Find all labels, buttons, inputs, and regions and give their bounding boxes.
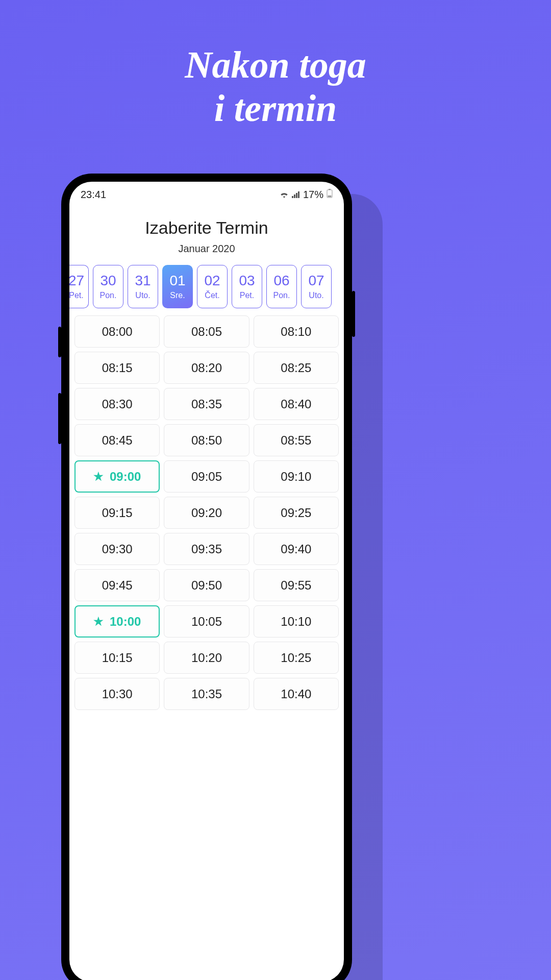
battery-percent: 17% xyxy=(303,189,323,201)
time-slot[interactable]: 10:25 xyxy=(254,642,339,674)
time-slot[interactable]: ★09:00 xyxy=(74,460,160,493)
time-label: 08:20 xyxy=(191,361,222,375)
date-strip[interactable]: 27Pet.30Pon.31Uto.01Sre.02Čet.03Pet.06Po… xyxy=(69,265,344,315)
time-slot[interactable]: 09:35 xyxy=(164,533,249,565)
time-label: 08:05 xyxy=(191,325,222,339)
signal-icon xyxy=(292,189,300,201)
time-label: 08:35 xyxy=(191,397,222,411)
time-label: 10:10 xyxy=(281,615,311,629)
time-label: 10:30 xyxy=(102,687,133,701)
time-label: 09:40 xyxy=(281,542,311,556)
time-slot[interactable]: 08:20 xyxy=(164,352,249,384)
time-grid: 08:0008:0508:1008:1508:2008:2508:3008:35… xyxy=(69,315,344,710)
time-label: 09:20 xyxy=(191,506,222,520)
date-number: 07 xyxy=(308,274,324,288)
date-number: 01 xyxy=(169,274,185,288)
time-label: 08:55 xyxy=(281,433,311,448)
time-label: 10:15 xyxy=(102,651,133,665)
time-slot[interactable]: 09:20 xyxy=(164,497,249,529)
time-slot[interactable]: 10:10 xyxy=(254,605,339,638)
time-slot[interactable]: 10:20 xyxy=(164,642,249,674)
star-icon: ★ xyxy=(93,615,104,628)
time-label: 09:00 xyxy=(110,470,141,484)
date-card[interactable]: 30Pon. xyxy=(93,265,123,308)
time-label: 10:25 xyxy=(281,651,311,665)
time-slot[interactable]: 09:25 xyxy=(254,497,339,529)
time-label: 09:30 xyxy=(102,542,133,556)
time-slot[interactable]: 10:15 xyxy=(74,642,160,674)
time-slot[interactable]: 08:35 xyxy=(164,388,249,420)
date-day: Sre. xyxy=(170,291,185,300)
time-slot[interactable]: 08:30 xyxy=(74,388,160,420)
date-number: 31 xyxy=(135,274,151,288)
status-time: 23:41 xyxy=(81,189,106,201)
date-card[interactable]: 31Uto. xyxy=(128,265,158,308)
date-day: Pon. xyxy=(100,291,117,300)
date-card[interactable]: 01Sre. xyxy=(162,265,193,308)
time-slot[interactable]: 08:00 xyxy=(74,315,160,348)
time-slot[interactable]: 08:55 xyxy=(254,424,339,456)
date-card[interactable]: 06Pon. xyxy=(266,265,297,308)
date-number: 03 xyxy=(239,274,255,288)
time-slot[interactable]: 08:45 xyxy=(74,424,160,456)
time-slot[interactable]: 10:05 xyxy=(164,605,249,638)
time-label: 08:10 xyxy=(281,325,311,339)
time-label: 09:10 xyxy=(281,470,311,484)
svg-rect-6 xyxy=(328,195,332,197)
time-label: 09:45 xyxy=(102,578,133,593)
date-day: Čet. xyxy=(205,291,219,300)
time-slot[interactable]: 08:50 xyxy=(164,424,249,456)
time-label: 08:00 xyxy=(102,325,133,339)
date-number: 27 xyxy=(69,274,84,288)
time-slot[interactable]: 08:10 xyxy=(254,315,339,348)
time-label: 09:15 xyxy=(102,506,133,520)
time-slot[interactable]: 08:40 xyxy=(254,388,339,420)
date-number: 30 xyxy=(100,274,116,288)
phone-power-button xyxy=(352,291,355,337)
phone-frame: 23:41 17% Izaberite Termin Januar 2020 2… xyxy=(61,174,352,980)
date-number: 06 xyxy=(273,274,289,288)
wifi-icon xyxy=(280,189,289,201)
time-slot[interactable]: 10:35 xyxy=(164,678,249,710)
page-title: Izaberite Termin xyxy=(69,218,344,238)
time-slot[interactable]: 09:50 xyxy=(164,569,249,601)
time-label: 08:45 xyxy=(102,433,133,448)
time-label: 09:55 xyxy=(281,578,311,593)
time-slot[interactable]: 09:55 xyxy=(254,569,339,601)
time-label: 10:40 xyxy=(281,687,311,701)
svg-rect-1 xyxy=(294,194,295,198)
promo-line-1: Nakon toga xyxy=(185,44,366,86)
date-card[interactable]: 07Uto. xyxy=(301,265,332,308)
status-bar: 23:41 17% xyxy=(69,182,344,205)
page-subtitle: Januar 2020 xyxy=(69,243,344,255)
star-icon: ★ xyxy=(93,470,104,483)
time-label: 08:15 xyxy=(102,361,133,375)
date-card[interactable]: 27Pet. xyxy=(69,265,89,308)
svg-rect-3 xyxy=(298,191,299,198)
time-label: 08:50 xyxy=(191,433,222,448)
time-label: 09:25 xyxy=(281,506,311,520)
time-slot[interactable]: 09:10 xyxy=(254,460,339,493)
time-label: 10:05 xyxy=(191,615,222,629)
time-label: 10:20 xyxy=(191,651,222,665)
phone-volume-down xyxy=(58,393,61,444)
time-slot[interactable]: 08:05 xyxy=(164,315,249,348)
time-slot[interactable]: 09:15 xyxy=(74,497,160,529)
time-slot[interactable]: 08:25 xyxy=(254,352,339,384)
date-day: Pet. xyxy=(240,291,254,300)
time-slot[interactable]: 09:05 xyxy=(164,460,249,493)
time-slot[interactable]: 08:15 xyxy=(74,352,160,384)
status-right: 17% xyxy=(280,189,333,201)
time-slot[interactable]: 09:45 xyxy=(74,569,160,601)
time-slot[interactable]: 09:30 xyxy=(74,533,160,565)
promo-line-2: i termin xyxy=(214,87,337,129)
time-slot[interactable]: 09:40 xyxy=(254,533,339,565)
time-slot[interactable]: 10:30 xyxy=(74,678,160,710)
date-card[interactable]: 02Čet. xyxy=(197,265,228,308)
time-slot[interactable]: 10:40 xyxy=(254,678,339,710)
battery-icon xyxy=(327,189,333,201)
date-day: Uto. xyxy=(309,291,323,300)
time-label: 08:40 xyxy=(281,397,311,411)
date-card[interactable]: 03Pet. xyxy=(232,265,262,308)
time-slot[interactable]: ★10:00 xyxy=(74,605,160,638)
